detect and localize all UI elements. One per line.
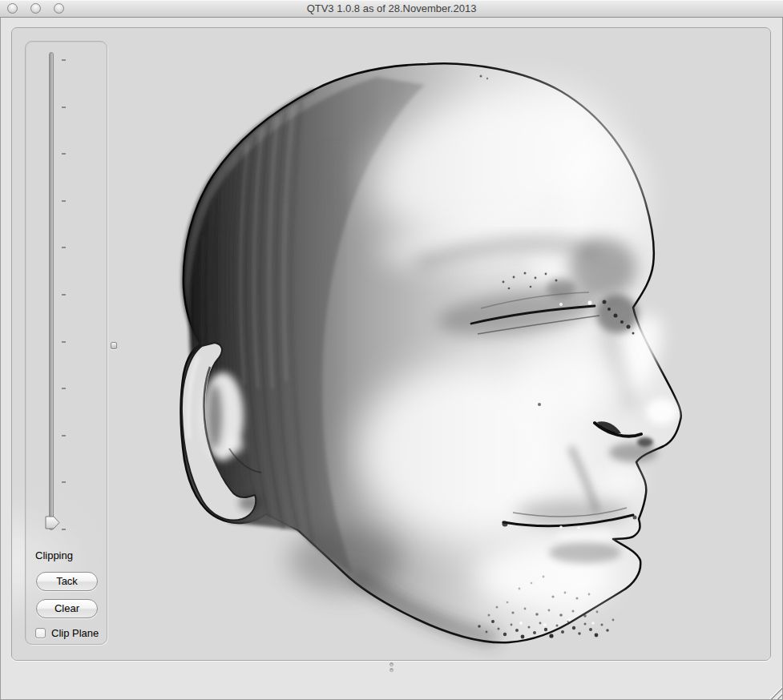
window-title: QTV3 1.0.8 as of 28.November.2013 xyxy=(0,0,783,18)
titlebar: QTV3 1.0.8 as of 28.November.2013 xyxy=(0,0,783,18)
horizontal-splitter-dot[interactable] xyxy=(389,668,394,672)
tack-button[interactable]: Tack xyxy=(36,572,98,591)
slider-tickmarks xyxy=(62,59,67,532)
app-window: QTV3 1.0.8 as of 28.November.2013 xyxy=(0,0,783,700)
clipping-label: Clipping xyxy=(35,549,73,561)
clipping-slider-thumb[interactable] xyxy=(44,515,62,530)
clipping-slider-track[interactable] xyxy=(49,52,54,530)
horizontal-splitter-dot[interactable] xyxy=(389,662,394,666)
head-rendering xyxy=(12,28,770,660)
clear-button[interactable]: Clear xyxy=(36,599,98,618)
clip-plane-label: Clip Plane xyxy=(51,627,99,639)
render-viewport[interactable] xyxy=(12,28,770,660)
clip-plane-checkbox[interactable] xyxy=(35,628,46,638)
window-resize-grip-icon[interactable] xyxy=(767,684,782,699)
vertical-splitter-handle[interactable] xyxy=(111,342,117,349)
